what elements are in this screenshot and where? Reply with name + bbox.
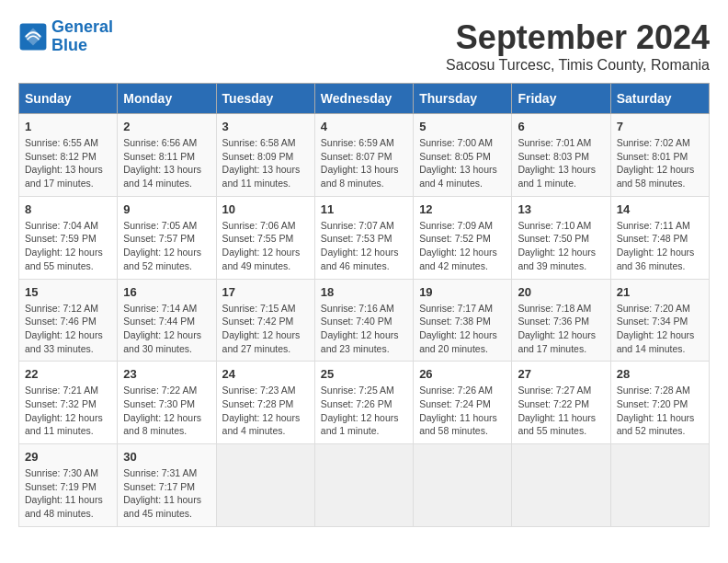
day-number: 18 (321, 285, 407, 299)
day-number: 12 (419, 202, 506, 216)
day-info: Sunrise: 7:10 AMSunset: 7:50 PMDaylight:… (518, 219, 604, 273)
calendar-cell: 14Sunrise: 7:11 AMSunset: 7:48 PMDayligh… (610, 196, 709, 279)
day-number: 23 (123, 367, 210, 381)
day-info: Sunrise: 7:21 AMSunset: 7:32 PMDaylight:… (25, 384, 111, 438)
calendar-subtitle: Sacosu Turcesc, Timis County, Romania (446, 57, 710, 74)
day-number: 19 (419, 285, 506, 299)
calendar-cell: 5Sunrise: 7:00 AMSunset: 8:05 PMDaylight… (414, 114, 512, 197)
day-info: Sunrise: 7:30 AMSunset: 7:19 PMDaylight:… (25, 466, 111, 521)
day-info: Sunrise: 6:58 AMSunset: 8:09 PMDaylight:… (222, 136, 309, 190)
calendar-cell: 16Sunrise: 7:14 AMSunset: 7:44 PMDayligh… (118, 279, 216, 362)
day-number: 13 (518, 202, 604, 216)
weekday-header: Thursday (414, 84, 512, 114)
day-number: 6 (518, 120, 604, 133)
calendar-cell (610, 444, 709, 527)
calendar-cell: 18Sunrise: 7:16 AMSunset: 7:40 PMDayligh… (314, 279, 413, 362)
calendar-cell (512, 444, 610, 527)
weekday-header: Wednesday (314, 84, 413, 114)
logo: General Blue (18, 18, 113, 55)
calendar-cell: 11Sunrise: 7:07 AMSunset: 7:53 PMDayligh… (314, 196, 413, 279)
day-info: Sunrise: 7:07 AMSunset: 7:53 PMDaylight:… (321, 219, 407, 273)
calendar-title: September 2024 (446, 18, 710, 57)
calendar-cell: 26Sunrise: 7:26 AMSunset: 7:24 PMDayligh… (414, 362, 512, 444)
weekday-header: Friday (512, 84, 610, 114)
day-number: 11 (321, 202, 407, 216)
day-info: Sunrise: 7:02 AMSunset: 8:01 PMDaylight:… (617, 136, 703, 190)
day-number: 5 (419, 120, 506, 133)
day-info: Sunrise: 7:28 AMSunset: 7:20 PMDaylight:… (617, 384, 703, 438)
day-info: Sunrise: 6:59 AMSunset: 8:07 PMDaylight:… (321, 136, 407, 190)
calendar-week-row: 29Sunrise: 7:30 AMSunset: 7:19 PMDayligh… (19, 444, 710, 527)
calendar-cell: 19Sunrise: 7:17 AMSunset: 7:38 PMDayligh… (414, 279, 512, 362)
calendar-cell: 24Sunrise: 7:23 AMSunset: 7:28 PMDayligh… (216, 362, 314, 444)
day-number: 30 (123, 450, 210, 464)
day-info: Sunrise: 7:27 AMSunset: 7:22 PMDaylight:… (518, 384, 604, 438)
calendar-cell: 8Sunrise: 7:04 AMSunset: 7:59 PMDaylight… (19, 196, 118, 279)
day-info: Sunrise: 6:56 AMSunset: 8:11 PMDaylight:… (123, 136, 210, 190)
day-info: Sunrise: 7:23 AMSunset: 7:28 PMDaylight:… (222, 384, 309, 438)
day-info: Sunrise: 7:16 AMSunset: 7:40 PMDaylight:… (321, 302, 407, 356)
calendar-cell: 21Sunrise: 7:20 AMSunset: 7:34 PMDayligh… (610, 279, 709, 362)
calendar-cell: 9Sunrise: 7:05 AMSunset: 7:57 PMDaylight… (118, 196, 216, 279)
weekday-header: Monday (118, 84, 216, 114)
weekday-header: Sunday (19, 84, 118, 114)
calendar-cell: 25Sunrise: 7:25 AMSunset: 7:26 PMDayligh… (314, 362, 413, 444)
calendar-cell: 22Sunrise: 7:21 AMSunset: 7:32 PMDayligh… (19, 362, 118, 444)
day-number: 16 (123, 285, 210, 299)
day-number: 8 (25, 202, 111, 216)
page-header: General Blue September 2024 Sacosu Turce… (18, 18, 710, 74)
calendar-cell: 4Sunrise: 6:59 AMSunset: 8:07 PMDaylight… (314, 114, 413, 197)
calendar-week-row: 22Sunrise: 7:21 AMSunset: 7:32 PMDayligh… (19, 362, 710, 444)
day-info: Sunrise: 7:04 AMSunset: 7:59 PMDaylight:… (25, 219, 111, 273)
day-number: 9 (123, 202, 210, 216)
calendar-week-row: 8Sunrise: 7:04 AMSunset: 7:59 PMDaylight… (19, 196, 710, 279)
calendar-cell: 17Sunrise: 7:15 AMSunset: 7:42 PMDayligh… (216, 279, 314, 362)
calendar-cell (314, 444, 413, 527)
weekday-header: Tuesday (216, 84, 314, 114)
day-number: 20 (518, 285, 604, 299)
calendar-cell: 27Sunrise: 7:27 AMSunset: 7:22 PMDayligh… (512, 362, 610, 444)
day-number: 21 (617, 285, 703, 299)
day-info: Sunrise: 7:00 AMSunset: 8:05 PMDaylight:… (419, 136, 506, 190)
calendar-cell: 10Sunrise: 7:06 AMSunset: 7:55 PMDayligh… (216, 196, 314, 279)
calendar-cell: 15Sunrise: 7:12 AMSunset: 7:46 PMDayligh… (19, 279, 118, 362)
day-info: Sunrise: 7:25 AMSunset: 7:26 PMDaylight:… (321, 384, 407, 438)
calendar-cell: 7Sunrise: 7:02 AMSunset: 8:01 PMDaylight… (610, 114, 709, 197)
day-number: 22 (25, 367, 111, 381)
day-number: 1 (25, 120, 111, 133)
day-number: 4 (321, 120, 407, 133)
calendar-cell: 1Sunrise: 6:55 AMSunset: 8:12 PMDaylight… (19, 114, 118, 197)
calendar-cell: 2Sunrise: 6:56 AMSunset: 8:11 PMDaylight… (118, 114, 216, 197)
calendar-cell: 20Sunrise: 7:18 AMSunset: 7:36 PMDayligh… (512, 279, 610, 362)
day-info: Sunrise: 7:18 AMSunset: 7:36 PMDaylight:… (518, 302, 604, 356)
calendar-cell: 6Sunrise: 7:01 AMSunset: 8:03 PMDaylight… (512, 114, 610, 197)
day-number: 24 (222, 367, 309, 381)
day-number: 29 (25, 450, 111, 464)
calendar-table: SundayMondayTuesdayWednesdayThursdayFrid… (18, 83, 710, 527)
calendar-cell: 3Sunrise: 6:58 AMSunset: 8:09 PMDaylight… (216, 114, 314, 197)
weekday-header: Saturday (610, 84, 709, 114)
day-info: Sunrise: 7:12 AMSunset: 7:46 PMDaylight:… (25, 302, 111, 356)
calendar-cell: 13Sunrise: 7:10 AMSunset: 7:50 PMDayligh… (512, 196, 610, 279)
day-number: 7 (617, 120, 703, 133)
logo-text: General Blue (51, 18, 113, 55)
calendar-week-row: 1Sunrise: 6:55 AMSunset: 8:12 PMDaylight… (19, 114, 710, 197)
day-info: Sunrise: 7:11 AMSunset: 7:48 PMDaylight:… (617, 219, 703, 273)
day-info: Sunrise: 7:06 AMSunset: 7:55 PMDaylight:… (222, 219, 309, 273)
day-info: Sunrise: 7:20 AMSunset: 7:34 PMDaylight:… (617, 302, 703, 356)
calendar-cell: 12Sunrise: 7:09 AMSunset: 7:52 PMDayligh… (414, 196, 512, 279)
calendar-cell: 30Sunrise: 7:31 AMSunset: 7:17 PMDayligh… (118, 444, 216, 527)
calendar-cell: 23Sunrise: 7:22 AMSunset: 7:30 PMDayligh… (118, 362, 216, 444)
day-number: 28 (617, 367, 703, 381)
day-info: Sunrise: 7:09 AMSunset: 7:52 PMDaylight:… (419, 219, 506, 273)
day-number: 26 (419, 367, 506, 381)
day-info: Sunrise: 7:01 AMSunset: 8:03 PMDaylight:… (518, 136, 604, 190)
logo-icon (18, 22, 48, 52)
title-block: September 2024 Sacosu Turcesc, Timis Cou… (446, 18, 710, 74)
day-number: 27 (518, 367, 604, 381)
day-number: 14 (617, 202, 703, 216)
calendar-cell: 28Sunrise: 7:28 AMSunset: 7:20 PMDayligh… (610, 362, 709, 444)
weekday-header-row: SundayMondayTuesdayWednesdayThursdayFrid… (19, 84, 710, 114)
calendar-week-row: 15Sunrise: 7:12 AMSunset: 7:46 PMDayligh… (19, 279, 710, 362)
calendar-cell (414, 444, 512, 527)
